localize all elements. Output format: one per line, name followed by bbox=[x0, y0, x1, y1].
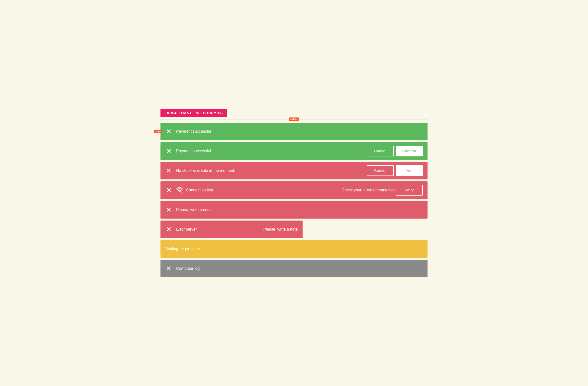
close-icon[interactable] bbox=[165, 128, 172, 135]
close-icon[interactable] bbox=[165, 226, 172, 233]
cancel-button[interactable]: Cancel bbox=[367, 165, 394, 176]
close-icon[interactable] bbox=[165, 148, 172, 154]
toast-message: Waiting for pin code bbox=[165, 247, 423, 251]
close-icon[interactable] bbox=[165, 206, 172, 213]
toast-error-server: Error server. Please, write a note bbox=[161, 221, 303, 238]
toast-connection-lost: Connection lost. Check your internet con… bbox=[161, 181, 427, 199]
toast-buttons: Retry bbox=[396, 185, 423, 195]
toast-message: No stock available at the moment. bbox=[176, 168, 367, 173]
toast-computer-log: Computer log bbox=[161, 260, 427, 277]
ruler: 2048px bbox=[161, 117, 427, 122]
retry-button[interactable]: Retry bbox=[396, 185, 423, 195]
confirm-button[interactable]: Confirm bbox=[396, 146, 423, 156]
toast-message: Computer log bbox=[176, 266, 423, 271]
cancel-button[interactable]: Cancel bbox=[367, 146, 394, 156]
section-header: LARGE TOAST – with dismiss bbox=[161, 109, 227, 117]
toast-payment-successful-2: Payment successful Cancel Confirm bbox=[161, 142, 427, 160]
yes-button[interactable]: Yes bbox=[396, 165, 423, 176]
close-icon[interactable] bbox=[165, 167, 172, 174]
toast-buttons: Cancel Yes bbox=[367, 165, 423, 176]
height-badge: 100px bbox=[154, 130, 162, 133]
wifi-icon bbox=[176, 187, 183, 193]
toast-buttons: Cancel Confirm bbox=[367, 146, 423, 156]
toast-waiting-pin: Waiting for pin code bbox=[161, 240, 427, 258]
toast-message: Connection lost. bbox=[186, 188, 332, 193]
toast-payment-successful-1: 100px Payment successful bbox=[161, 123, 427, 140]
close-icon[interactable] bbox=[165, 187, 172, 193]
toasts-container: 100px Payment successful Payment success… bbox=[161, 123, 427, 277]
toast-message: Payment successful bbox=[176, 149, 367, 153]
toast-message: Please, write a note bbox=[176, 208, 423, 212]
svg-point-0 bbox=[179, 191, 180, 192]
close-icon[interactable] bbox=[165, 265, 172, 272]
ruler-badge: 2048px bbox=[289, 117, 299, 121]
toast-write-note: Please, write a note bbox=[161, 201, 427, 219]
toast-sub-message: Please, write a note bbox=[263, 227, 298, 232]
toast-message: Payment successful bbox=[176, 129, 423, 134]
toast-no-stock: No stock available at the moment. Cancel… bbox=[161, 162, 427, 179]
page-wrapper: LARGE TOAST – with dismiss 2048px 100px … bbox=[161, 94, 427, 292]
toast-sub-message: Check your internet connection bbox=[341, 188, 396, 193]
toast-message: Error server. bbox=[176, 227, 253, 232]
